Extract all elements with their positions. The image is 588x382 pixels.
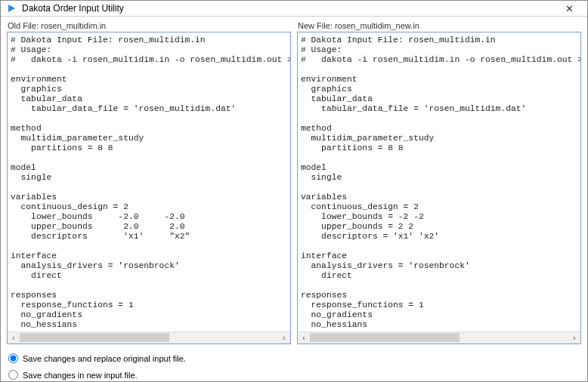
old-file-editor-wrap: # Dakota Input File: rosen_multidim.in #… bbox=[7, 32, 291, 344]
old-file-scrollbar[interactable]: ‹ › bbox=[8, 331, 290, 343]
new-file-pane: New File: rosen_multidim_new.in # Dakota… bbox=[297, 21, 581, 344]
close-button[interactable]: ✕ bbox=[556, 1, 583, 16]
new-file-label: New File: rosen_multidim_new.in bbox=[297, 21, 581, 30]
content-area: Old File: rosen_multidim.in # Dakota Inp… bbox=[1, 17, 587, 382]
radio-newfile-label: Save changes in new input file. bbox=[23, 371, 138, 380]
scroll-track[interactable] bbox=[20, 331, 278, 343]
panes: Old File: rosen_multidim.in # Dakota Inp… bbox=[7, 21, 581, 344]
radio-replace[interactable]: Save changes and replace original input … bbox=[8, 350, 581, 367]
dialog-window: Dakota Order Input Utility ✕ Old File: r… bbox=[0, 0, 588, 382]
new-file-editor-wrap: # Dakota Input File: rosen_multidim.in #… bbox=[297, 32, 581, 344]
window-title: Dakota Order Input Utility bbox=[22, 3, 556, 14]
svg-marker-0 bbox=[8, 5, 15, 12]
new-file-editor[interactable]: # Dakota Input File: rosen_multidim.in #… bbox=[298, 32, 580, 331]
new-file-scrollbar[interactable]: ‹ › bbox=[298, 331, 580, 343]
radio-newfile-input[interactable] bbox=[8, 370, 18, 380]
scroll-track[interactable] bbox=[310, 331, 568, 343]
radio-replace-label: Save changes and replace original input … bbox=[23, 354, 186, 363]
old-file-label: Old File: rosen_multidim.in bbox=[7, 21, 291, 30]
save-options: Save changes and replace original input … bbox=[7, 350, 581, 382]
scroll-thumb[interactable] bbox=[310, 333, 460, 342]
scroll-left-icon[interactable]: ‹ bbox=[8, 331, 20, 343]
radio-newfile[interactable]: Save changes in new input file. bbox=[8, 367, 581, 382]
radio-replace-input[interactable] bbox=[8, 353, 18, 363]
old-file-pane: Old File: rosen_multidim.in # Dakota Inp… bbox=[7, 21, 291, 344]
close-icon: ✕ bbox=[565, 3, 574, 14]
scroll-thumb[interactable] bbox=[20, 333, 169, 342]
scroll-right-icon[interactable]: › bbox=[278, 331, 290, 343]
app-icon bbox=[5, 2, 17, 14]
scroll-right-icon[interactable]: › bbox=[568, 331, 580, 343]
titlebar: Dakota Order Input Utility ✕ bbox=[1, 1, 587, 17]
scroll-left-icon[interactable]: ‹ bbox=[298, 331, 310, 343]
old-file-editor[interactable]: # Dakota Input File: rosen_multidim.in #… bbox=[8, 32, 290, 331]
